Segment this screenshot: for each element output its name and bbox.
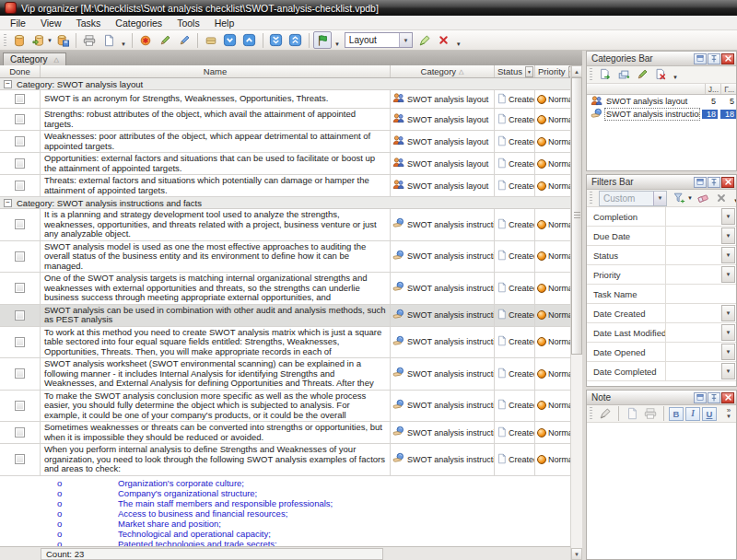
layout-combobox[interactable]: Layout▼ [345, 32, 413, 48]
add-category-icon[interactable] [597, 67, 614, 83]
filter-value-field[interactable] [666, 246, 720, 264]
task-checkbox[interactable] [15, 219, 25, 229]
column-header-priority[interactable]: Priority▼ [535, 65, 570, 77]
toolbar-overflow-icon[interactable]: ▼ [454, 41, 463, 50]
italic-button[interactable]: I [685, 407, 700, 421]
box-icon[interactable] [202, 31, 220, 49]
close-icon[interactable] [721, 392, 734, 403]
close-icon[interactable] [721, 53, 734, 64]
category-group-row[interactable]: −Category: SWOT analysis instructions an… [0, 197, 570, 209]
task-checkbox[interactable] [15, 310, 25, 321]
task-row[interactable]: One of the SWOT analysis targets is matc… [0, 273, 570, 305]
task-checkbox[interactable] [15, 337, 25, 347]
new-task-icon[interactable] [136, 31, 155, 49]
filter-value-field[interactable] [666, 362, 720, 380]
category-group-row[interactable]: −Category: SWOT analysis layout [0, 78, 570, 90]
move-bottom-icon[interactable] [267, 31, 286, 49]
task-row[interactable]: When you perform internal analysis to de… [0, 444, 570, 476]
add-subcategory-icon[interactable] [615, 67, 632, 83]
task-row[interactable]: Opportunities: external factors and situ… [0, 153, 570, 175]
chevron-down-icon[interactable]: ▼ [47, 38, 53, 43]
filter-value-field[interactable] [666, 343, 720, 361]
filter-value-field[interactable] [666, 227, 720, 245]
filter-value-field[interactable] [666, 323, 720, 342]
task-row[interactable]: To make the SWOT analysis conclusion mor… [0, 391, 570, 423]
toolbar-overflow-icon[interactable]: ▼ [731, 198, 737, 206]
category-list-item[interactable]: SWOT analysis instructions and facts1818 [587, 108, 736, 121]
chevron-down-icon[interactable]: ▼ [687, 195, 693, 201]
chevron-down-icon[interactable]: ▼ [653, 192, 666, 205]
clear-filter-icon[interactable] [695, 191, 711, 206]
group-by-category-chip[interactable]: Category △ [3, 52, 66, 65]
filter-dropdown-button[interactable]: ▼ [721, 228, 735, 244]
move-top-icon[interactable] [287, 31, 305, 49]
print-preview-icon[interactable] [99, 31, 118, 49]
filter-value-field[interactable] [666, 285, 736, 303]
toolbar-overflow-icon[interactable]: ▼ [333, 41, 342, 50]
task-row[interactable]: SWOT analysis can be used in combination… [0, 305, 570, 327]
restore-icon[interactable] [694, 53, 707, 64]
menu-help[interactable]: Help [207, 17, 242, 29]
apply-layout-icon[interactable] [415, 31, 434, 49]
pin-icon[interactable] [708, 53, 720, 64]
restore-icon[interactable] [694, 392, 707, 403]
note-content[interactable] [587, 423, 736, 559]
filter-dropdown-button[interactable]: ▼ [721, 208, 735, 225]
vertical-scrollbar[interactable]: ▲ ▼ [570, 65, 582, 560]
status-filter-button[interactable]: ▼ [525, 66, 533, 77]
filter-dropdown-button[interactable]: ▼ [721, 324, 735, 341]
layout-flag-icon[interactable] [313, 31, 332, 49]
move-up-icon[interactable] [240, 31, 259, 49]
filter-value-field[interactable] [666, 304, 720, 322]
task-checkbox[interactable] [15, 454, 25, 464]
task-row[interactable]: SWOT analysis worksheet (SWOT environmen… [0, 358, 570, 391]
menu-categories[interactable]: Categories [108, 17, 170, 29]
task-checkbox[interactable] [15, 401, 25, 411]
column-header-category[interactable]: Category△ [391, 65, 495, 77]
edit-task-icon[interactable] [156, 31, 174, 49]
column-header-status[interactable]: Status▼ [495, 65, 535, 77]
column-header-done[interactable]: Done [0, 65, 41, 77]
menu-file[interactable]: File [3, 17, 33, 29]
print-note-icon[interactable] [642, 406, 659, 422]
new-database-icon[interactable] [10, 31, 29, 49]
task-checkbox[interactable] [15, 181, 25, 191]
menu-tools[interactable]: Tools [170, 17, 207, 29]
task-row[interactable]: Threats: external factors and situations… [0, 175, 570, 197]
filter-preset-combobox[interactable]: Custom▼ [599, 191, 667, 206]
task-checkbox[interactable] [15, 283, 25, 293]
delete-category-icon[interactable] [652, 67, 669, 83]
task-row[interactable]: It is a planning and strategy developmen… [0, 209, 570, 241]
note-toolbar-overflow-icon[interactable]: »▼ [726, 407, 733, 420]
task-checkbox[interactable] [15, 368, 25, 379]
task-row[interactable]: Sometimes weaknesses or threats can be c… [0, 422, 570, 444]
chevron-down-icon[interactable]: ▼ [399, 33, 412, 47]
task-checkbox[interactable] [15, 136, 25, 146]
menu-view[interactable]: View [33, 17, 69, 29]
pin-icon[interactable] [708, 392, 720, 403]
task-row[interactable]: Strengths: robust attributes of the obje… [0, 109, 570, 131]
task-checkbox[interactable] [15, 251, 25, 262]
task-checkbox[interactable] [15, 158, 25, 169]
task-row[interactable]: SWOT analysis model is used as one the m… [0, 241, 570, 274]
close-icon[interactable] [721, 177, 734, 188]
move-down-icon[interactable] [221, 31, 240, 49]
underline-button[interactable]: U [702, 407, 717, 421]
edit-note-icon[interactable] [597, 406, 614, 422]
delete-filter-icon[interactable] [713, 191, 730, 206]
task-checkbox[interactable] [15, 114, 25, 124]
scroll-down-icon[interactable]: ▼ [571, 548, 582, 560]
filter-dropdown-button[interactable]: ▼ [721, 266, 735, 283]
save-filter-icon[interactable] [671, 191, 687, 206]
collapse-icon[interactable]: − [4, 80, 12, 88]
column-header-name[interactable]: Name [41, 65, 391, 77]
filter-dropdown-button[interactable]: ▼ [721, 247, 735, 263]
open-database-icon[interactable] [29, 31, 48, 49]
restore-icon[interactable] [694, 177, 707, 188]
blue-pencil-icon[interactable] [175, 31, 193, 49]
task-checkbox[interactable] [15, 94, 25, 104]
note-page-icon[interactable] [624, 406, 640, 422]
pin-icon[interactable] [708, 177, 720, 188]
task-row[interactable]: SWOT is an acronym for Strengths, Weakne… [0, 90, 570, 109]
filter-value-field[interactable] [666, 207, 720, 226]
